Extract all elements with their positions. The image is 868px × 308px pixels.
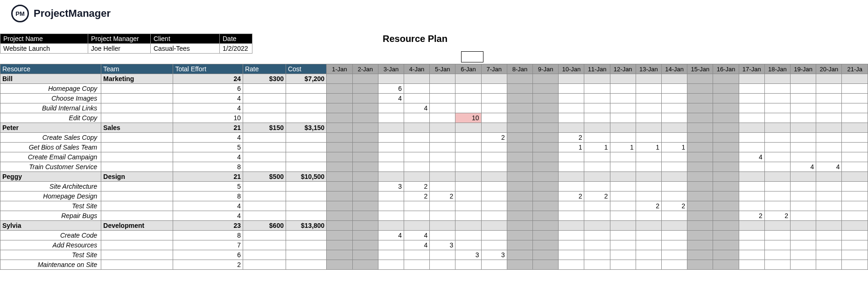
grid-cell[interactable]: 4	[378, 231, 404, 240]
grid-cell[interactable]	[764, 103, 790, 113]
cell[interactable]	[286, 152, 326, 162]
grid-cell[interactable]	[739, 240, 764, 250]
grid-cell[interactable]	[404, 74, 430, 84]
grid-cell[interactable]	[430, 231, 455, 240]
task-row[interactable]: Homepage Design82222	[0, 192, 868, 201]
grid-cell[interactable]	[327, 133, 352, 143]
task-row[interactable]: Edit Copy1010	[0, 113, 868, 123]
grid-cell[interactable]	[481, 240, 507, 250]
cell[interactable]	[243, 113, 286, 123]
grid-cell[interactable]: 4	[404, 231, 430, 240]
grid-cell[interactable]	[636, 221, 661, 231]
grid-cell[interactable]	[327, 260, 352, 270]
grid-cell[interactable]	[764, 84, 790, 94]
grid-cell[interactable]	[507, 260, 532, 270]
grid-cell[interactable]	[455, 133, 481, 143]
grid-cell[interactable]	[352, 250, 378, 260]
grid-cell[interactable]	[455, 182, 481, 192]
cell[interactable]: 5	[173, 182, 243, 192]
cell[interactable]: Test Site	[0, 250, 101, 260]
grid-cell[interactable]	[352, 192, 378, 201]
grid-cell[interactable]	[816, 103, 842, 113]
grid-cell[interactable]	[610, 103, 636, 113]
cell[interactable]: $500	[243, 172, 286, 182]
grid-cell[interactable]	[816, 123, 842, 133]
grid-cell[interactable]	[481, 201, 507, 211]
grid-cell[interactable]	[559, 152, 584, 162]
grid-cell[interactable]: 2	[559, 192, 584, 201]
grid-cell[interactable]	[816, 172, 842, 182]
grid-cell[interactable]	[687, 103, 713, 113]
grid-cell[interactable]	[662, 240, 687, 250]
grid-cell[interactable]	[636, 172, 661, 182]
cell[interactable]: 4	[173, 133, 243, 143]
grid-cell[interactable]	[352, 113, 378, 123]
day-header[interactable]: 1-Jan	[327, 64, 352, 74]
cell[interactable]: 6	[173, 250, 243, 260]
cell[interactable]: Edit Copy	[0, 113, 101, 123]
grid-cell[interactable]	[791, 182, 816, 192]
grid-cell[interactable]	[481, 152, 507, 162]
grid-cell[interactable]	[584, 123, 610, 133]
grid-cell[interactable]: 1	[610, 143, 636, 152]
grid-cell[interactable]	[842, 84, 868, 94]
grid-cell[interactable]	[791, 250, 816, 260]
grid-cell[interactable]	[533, 74, 559, 84]
grid-cell[interactable]	[430, 74, 455, 84]
grid-cell[interactable]	[842, 221, 868, 231]
grid-cell[interactable]	[764, 133, 790, 143]
grid-cell[interactable]	[559, 162, 584, 172]
grid-cell[interactable]	[816, 152, 842, 162]
grid-cell[interactable]	[610, 231, 636, 240]
grid-cell[interactable]	[713, 94, 739, 103]
grid-cell[interactable]	[327, 123, 352, 133]
grid-cell[interactable]	[739, 192, 764, 201]
grid-cell[interactable]	[378, 240, 404, 250]
grid-cell[interactable]	[533, 162, 559, 172]
day-header[interactable]: 6-Jan	[455, 64, 481, 74]
grid-cell[interactable]	[352, 133, 378, 143]
grid-cell[interactable]	[687, 250, 713, 260]
col-effort-header[interactable]: Total Effort	[173, 64, 243, 74]
day-header[interactable]: 10-Jan	[559, 64, 584, 74]
grid-cell[interactable]	[662, 74, 687, 84]
grid-cell[interactable]	[636, 231, 661, 240]
cell[interactable]	[286, 113, 326, 123]
grid-cell[interactable]	[764, 143, 790, 152]
grid-cell[interactable]	[584, 103, 610, 113]
cell[interactable]	[101, 143, 173, 152]
grid-cell[interactable]	[378, 152, 404, 162]
grid-cell[interactable]	[842, 201, 868, 211]
day-header[interactable]: 16-Jan	[713, 64, 739, 74]
grid-cell[interactable]	[481, 123, 507, 133]
cell[interactable]	[243, 192, 286, 201]
day-header[interactable]: 17-Jan	[739, 64, 764, 74]
grid-cell[interactable]: 3	[481, 250, 507, 260]
grid-cell[interactable]	[713, 84, 739, 94]
cell[interactable]	[101, 113, 173, 123]
grid-cell[interactable]	[404, 113, 430, 123]
grid-cell[interactable]	[610, 123, 636, 133]
grid-cell[interactable]: 2	[662, 201, 687, 211]
grid-cell[interactable]	[636, 260, 661, 270]
grid-cell[interactable]	[842, 240, 868, 250]
grid-cell[interactable]	[739, 74, 764, 84]
grid-cell[interactable]	[507, 240, 532, 250]
grid-cell[interactable]: 4	[404, 240, 430, 250]
grid-cell[interactable]	[662, 94, 687, 103]
grid-cell[interactable]	[559, 84, 584, 94]
grid-cell[interactable]	[662, 260, 687, 270]
grid-cell[interactable]	[584, 172, 610, 182]
cell[interactable]	[243, 84, 286, 94]
grid-cell[interactable]	[791, 74, 816, 84]
grid-cell[interactable]	[430, 84, 455, 94]
grid-cell[interactable]	[430, 123, 455, 133]
grid-cell[interactable]	[687, 143, 713, 152]
grid-cell[interactable]	[327, 84, 352, 94]
grid-cell[interactable]	[739, 143, 764, 152]
grid-cell[interactable]: 2	[481, 133, 507, 143]
cell[interactable]	[286, 133, 326, 143]
cell[interactable]	[101, 162, 173, 172]
grid-cell[interactable]	[687, 211, 713, 221]
resource-summary-row[interactable]: SylviaDevelopment23$600$13,800	[0, 221, 868, 231]
